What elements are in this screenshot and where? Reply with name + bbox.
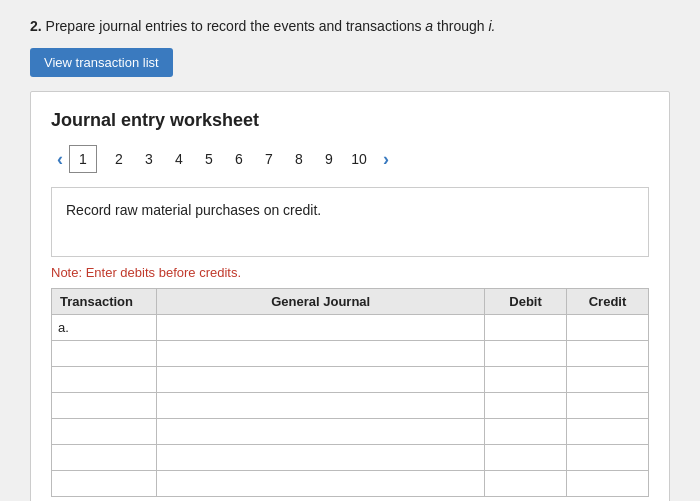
- transaction-cell-3: [52, 367, 157, 393]
- page-8[interactable]: 8: [287, 145, 311, 173]
- table-row: [52, 367, 649, 393]
- prev-page-button[interactable]: ‹: [51, 149, 69, 170]
- note-text: Note: Enter debits before credits.: [51, 265, 649, 280]
- pagination-row: ‹ 1 2 3 4 5 6 7 8 9 10 ›: [51, 145, 649, 173]
- transaction-cell-6: [52, 445, 157, 471]
- general-journal-cell-6[interactable]: [157, 445, 485, 471]
- page-2[interactable]: 2: [107, 145, 131, 173]
- journal-table: Transaction General Journal Debit Credit…: [51, 288, 649, 497]
- general-journal-cell-5[interactable]: [157, 419, 485, 445]
- credit-cell-4[interactable]: [567, 393, 649, 419]
- debit-cell-5[interactable]: [485, 419, 567, 445]
- worksheet-card: Journal entry worksheet ‹ 1 2 3 4 5 6 7 …: [30, 91, 670, 501]
- credit-cell-2[interactable]: [567, 341, 649, 367]
- col-header-debit: Debit: [485, 289, 567, 315]
- page-9[interactable]: 9: [317, 145, 341, 173]
- col-header-credit: Credit: [567, 289, 649, 315]
- general-journal-cell-4[interactable]: [157, 393, 485, 419]
- table-row: [52, 471, 649, 497]
- credit-cell-7[interactable]: [567, 471, 649, 497]
- col-header-transaction: Transaction: [52, 289, 157, 315]
- debit-cell-2[interactable]: [485, 341, 567, 367]
- page-5[interactable]: 5: [197, 145, 221, 173]
- transaction-label: a.: [58, 320, 69, 335]
- instruction-box: Record raw material purchases on credit.: [51, 187, 649, 257]
- table-row: [52, 445, 649, 471]
- debit-cell-1[interactable]: [485, 315, 567, 341]
- general-journal-cell-7[interactable]: [157, 471, 485, 497]
- worksheet-title: Journal entry worksheet: [51, 110, 649, 131]
- table-row: [52, 341, 649, 367]
- table-row: [52, 419, 649, 445]
- page-6[interactable]: 6: [227, 145, 251, 173]
- debit-cell-4[interactable]: [485, 393, 567, 419]
- col-header-general-journal: General Journal: [157, 289, 485, 315]
- credit-cell-3[interactable]: [567, 367, 649, 393]
- page-3[interactable]: 3: [137, 145, 161, 173]
- table-row: [52, 393, 649, 419]
- transaction-cell: a.: [52, 315, 157, 341]
- credit-cell-1[interactable]: [567, 315, 649, 341]
- credit-cell-6[interactable]: [567, 445, 649, 471]
- question-number: 2.: [30, 18, 42, 34]
- debit-cell-7[interactable]: [485, 471, 567, 497]
- transaction-cell-5: [52, 419, 157, 445]
- debit-cell-3[interactable]: [485, 367, 567, 393]
- next-page-button[interactable]: ›: [377, 149, 395, 170]
- general-journal-cell-1[interactable]: [157, 315, 485, 341]
- general-journal-cell-3[interactable]: [157, 367, 485, 393]
- view-transaction-button[interactable]: View transaction list: [30, 48, 173, 77]
- general-journal-cell-2[interactable]: [157, 341, 485, 367]
- credit-cell-5[interactable]: [567, 419, 649, 445]
- page-4[interactable]: 4: [167, 145, 191, 173]
- transaction-cell-2: [52, 341, 157, 367]
- question-line: 2. Prepare journal entries to record the…: [30, 18, 670, 34]
- page-1[interactable]: 1: [69, 145, 97, 173]
- instruction-text: Record raw material purchases on credit.: [66, 202, 321, 218]
- table-row: a.: [52, 315, 649, 341]
- question-text: Prepare journal entries to record the ev…: [46, 18, 496, 34]
- transaction-cell-7: [52, 471, 157, 497]
- transaction-cell-4: [52, 393, 157, 419]
- page-10[interactable]: 10: [347, 145, 371, 173]
- debit-cell-6[interactable]: [485, 445, 567, 471]
- page-7[interactable]: 7: [257, 145, 281, 173]
